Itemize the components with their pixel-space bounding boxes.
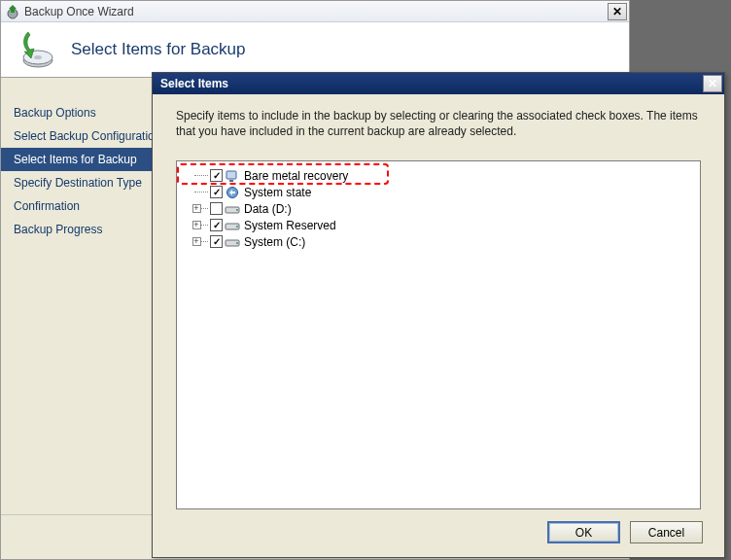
svg-point-12 — [236, 242, 238, 244]
ok-button[interactable]: OK — [547, 521, 620, 543]
wizard-title: Backup Once Wizard — [24, 5, 608, 18]
tree-item-bare-metal-recovery[interactable]: Bare metal recovery — [181, 167, 696, 184]
items-tree[interactable]: Bare metal recovery System state + — [176, 160, 701, 509]
expand-button-data-d[interactable]: + — [192, 204, 201, 213]
dialog-close-button[interactable]: ✕ — [703, 75, 722, 92]
dialog-body: Specify items to include in the backup b… — [153, 94, 724, 509]
tree-connector — [185, 184, 208, 200]
drive-icon — [225, 202, 240, 216]
checkbox-bare-metal-recovery[interactable] — [210, 169, 223, 182]
tree-connector: + — [185, 217, 208, 233]
sidebar-item-select-items-for-backup[interactable]: Select Items for Backup — [1, 148, 152, 171]
system-state-icon — [225, 186, 240, 199]
sidebar-item-backup-progress[interactable]: Backup Progress — [1, 218, 152, 241]
bmr-icon — [225, 169, 240, 183]
wizard-titlebar: Backup Once Wizard ✕ — [1, 1, 629, 22]
svg-point-8 — [236, 209, 238, 211]
sidebar-item-select-backup-configuration[interactable]: Select Backup Configuration — [1, 124, 152, 148]
tree-item-label: Data (D:) — [242, 202, 292, 216]
tree-item-system-c[interactable]: + System (C:) — [181, 233, 696, 250]
dialog-instructions: Specify items to include in the backup b… — [176, 108, 701, 139]
drive-icon — [225, 235, 240, 249]
wizard-header: Select Items for Backup — [1, 22, 629, 78]
tree-item-label: Bare metal recovery — [242, 169, 348, 183]
wizard-sidebar: Backup Options Select Backup Configurati… — [1, 78, 153, 514]
expand-button-system-reserved[interactable]: + — [192, 221, 201, 229]
tree-item-label: System (C:) — [242, 235, 305, 249]
dialog-footer: OK Cancel — [153, 509, 724, 557]
tree-item-data-d[interactable]: + Data (D:) — [181, 200, 696, 217]
tree-connector: + — [185, 200, 208, 217]
app-icon — [5, 4, 20, 19]
tree-item-system-reserved[interactable]: + System Reserved — [181, 217, 696, 233]
tree-item-system-state[interactable]: System state — [181, 184, 696, 200]
checkbox-system-state[interactable] — [210, 186, 223, 198]
backup-header-icon — [15, 29, 55, 70]
sidebar-item-specify-destination-type[interactable]: Specify Destination Type — [1, 171, 152, 194]
sidebar-item-confirmation[interactable]: Confirmation — [1, 194, 152, 218]
cancel-button[interactable]: Cancel — [630, 521, 703, 543]
tree-connector — [185, 167, 208, 184]
wizard-header-title: Select Items for Backup — [71, 40, 246, 59]
select-items-dialog: Select Items ✕ Specify items to include … — [152, 72, 725, 558]
checkbox-system-c[interactable] — [210, 235, 223, 248]
wizard-close-button[interactable]: ✕ — [608, 3, 627, 20]
svg-point-10 — [236, 226, 238, 228]
dialog-title: Select Items — [160, 77, 703, 90]
dialog-titlebar: Select Items ✕ — [153, 73, 724, 94]
tree-item-label: System Reserved — [242, 219, 336, 232]
svg-rect-4 — [226, 171, 236, 179]
expand-button-system-c[interactable]: + — [192, 237, 201, 246]
tree-item-label: System state — [242, 186, 311, 199]
svg-rect-5 — [229, 180, 233, 182]
sidebar-item-backup-options[interactable]: Backup Options — [1, 101, 152, 124]
tree-connector: + — [185, 233, 208, 250]
checkbox-system-reserved[interactable] — [210, 219, 223, 231]
svg-point-3 — [34, 55, 42, 59]
drive-icon — [225, 219, 240, 232]
checkbox-data-d[interactable] — [210, 202, 223, 215]
